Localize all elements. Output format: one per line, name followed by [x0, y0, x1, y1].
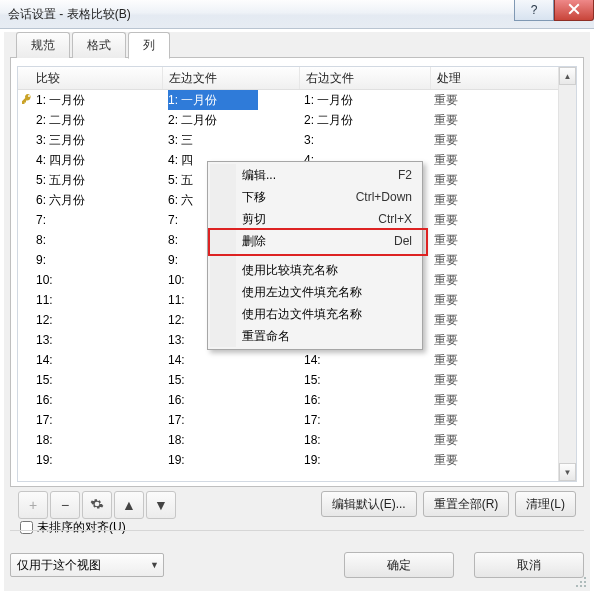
menu-item[interactable]: 剪切Ctrl+X — [210, 208, 420, 230]
cell-right: 1: 一月份 — [298, 92, 428, 109]
tab-columns[interactable]: 列 — [128, 32, 170, 59]
cell-left: 14: — [162, 353, 298, 367]
remove-button[interactable]: − — [50, 491, 80, 519]
table-row[interactable]: 3: 三月份3: 三3: 重要 — [18, 130, 576, 150]
cell-compare: 18: — [18, 433, 162, 447]
clear-button[interactable]: 清理(L) — [515, 491, 576, 517]
col-header-right[interactable]: 右边文件 — [300, 67, 431, 89]
arrow-up-icon: ▲ — [122, 497, 136, 513]
cell-left: 15: — [162, 373, 298, 387]
cell-left: 1: 一月份 — [162, 90, 298, 110]
ok-button[interactable]: 确定 — [344, 552, 454, 578]
scope-value: 仅用于这个视图 — [17, 557, 101, 574]
col-header-proc[interactable]: 处理 — [431, 67, 576, 89]
cell-left: 19: — [162, 453, 298, 467]
table-row[interactable]: 17: 17: 17: 重要 — [18, 410, 576, 430]
cell-proc: 重要 — [428, 292, 576, 309]
table-row[interactable]: 14: 14: 14: 重要 — [18, 350, 576, 370]
menu-item[interactable]: 编辑...F2 — [210, 164, 420, 186]
cell-proc: 重要 — [428, 432, 576, 449]
cell-compare: 17: — [18, 413, 162, 427]
table-row[interactable]: 18: 18: 18: 重要 — [18, 430, 576, 450]
table-row[interactable]: 19: 19: 19: 重要 — [18, 450, 576, 470]
scroll-down-icon[interactable]: ▼ — [559, 463, 576, 481]
title-bar: 会话设置 - 表格比较(B) ? — [0, 0, 594, 29]
cell-right: 18: — [298, 433, 428, 447]
help-button[interactable]: ? — [514, 0, 554, 21]
scroll-track[interactable] — [559, 85, 576, 463]
cell-compare: 15: — [18, 373, 162, 387]
svg-point-4 — [580, 585, 582, 587]
menu-item[interactable]: 重置命名 — [210, 325, 420, 347]
svg-point-5 — [576, 585, 578, 587]
help-icon: ? — [531, 4, 538, 16]
svg-point-2 — [584, 585, 586, 587]
chevron-down-icon: ▼ — [150, 560, 159, 570]
cell-compare: 16: — [18, 393, 162, 407]
cell-right: 2: 二月份 — [298, 112, 428, 129]
menu-shortcut: Ctrl+X — [378, 212, 412, 226]
table-row[interactable]: 2: 二月份2: 二月份2: 二月份重要 — [18, 110, 576, 130]
cell-proc: 重要 — [428, 452, 576, 469]
cell-proc: 重要 — [428, 332, 576, 349]
cell-compare: 7: — [18, 213, 162, 227]
dialog-bottom-bar: 仅用于这个视图 ▼ 确定 取消 — [10, 530, 584, 583]
plus-icon: + — [29, 497, 37, 513]
menu-item[interactable]: 使用右边文件填充名称 — [210, 303, 420, 325]
menu-item-label: 编辑... — [242, 167, 276, 184]
col-header-compare[interactable]: 比较 — [18, 67, 163, 89]
add-button[interactable]: + — [18, 491, 48, 519]
close-button[interactable] — [554, 0, 594, 21]
tab-format[interactable]: 格式 — [72, 32, 126, 58]
cell-proc: 重要 — [428, 412, 576, 429]
cell-proc: 重要 — [428, 172, 576, 189]
cell-compare: 12: — [18, 313, 162, 327]
svg-point-0 — [584, 577, 586, 579]
cell-left: 17: — [162, 413, 298, 427]
menu-item-label: 重置命名 — [242, 328, 290, 345]
menu-item-label: 删除 — [242, 233, 266, 250]
menu-item-label: 使用左边文件填充名称 — [242, 284, 362, 301]
cell-right: 3: — [298, 133, 428, 147]
settings-button[interactable] — [82, 491, 112, 519]
cell-proc: 重要 — [428, 212, 576, 229]
arrow-down-icon: ▼ — [154, 497, 168, 513]
cell-proc: 重要 — [428, 132, 576, 149]
resize-grip-icon[interactable] — [574, 575, 588, 589]
vertical-scrollbar[interactable]: ▲ ▼ — [558, 67, 576, 481]
menu-item[interactable]: 下移Ctrl+Down — [210, 186, 420, 208]
cell-compare: 6: 六月份 — [18, 192, 162, 209]
table-row[interactable]: 15: 15: 15: 重要 — [18, 370, 576, 390]
key-icon — [20, 92, 34, 106]
menu-shortcut: F2 — [398, 168, 412, 182]
reset-all-button[interactable]: 重置全部(R) — [423, 491, 510, 517]
cell-right: 19: — [298, 453, 428, 467]
scroll-up-icon[interactable]: ▲ — [559, 67, 576, 85]
window-title: 会话设置 - 表格比较(B) — [8, 6, 131, 23]
move-down-button[interactable]: ▼ — [146, 491, 176, 519]
cell-proc: 重要 — [428, 232, 576, 249]
cell-compare: 8: — [18, 233, 162, 247]
menu-item[interactable]: 使用比较填充名称 — [210, 259, 420, 281]
cancel-button[interactable]: 取消 — [474, 552, 584, 578]
edit-defaults-button[interactable]: 编辑默认(E)... — [321, 491, 417, 517]
table-row[interactable]: 1: 一月份1: 一月份1: 一月份重要 — [18, 90, 576, 110]
cell-proc: 重要 — [428, 92, 576, 109]
menu-item[interactable]: 删除Del — [210, 230, 420, 252]
scope-dropdown[interactable]: 仅用于这个视图 ▼ — [10, 553, 164, 577]
menu-separator — [240, 255, 418, 256]
move-up-button[interactable]: ▲ — [114, 491, 144, 519]
cell-proc: 重要 — [428, 192, 576, 209]
menu-item-label: 下移 — [242, 189, 266, 206]
close-icon — [568, 3, 580, 17]
cell-left: 18: — [162, 433, 298, 447]
col-header-left[interactable]: 左边文件 — [163, 67, 300, 89]
cell-compare: 14: — [18, 353, 162, 367]
menu-item-label: 使用右边文件填充名称 — [242, 306, 362, 323]
menu-item[interactable]: 使用左边文件填充名称 — [210, 281, 420, 303]
cell-proc: 重要 — [428, 372, 576, 389]
table-row[interactable]: 16: 16: 16: 重要 — [18, 390, 576, 410]
tab-spec[interactable]: 规范 — [16, 32, 70, 58]
cell-proc: 重要 — [428, 272, 576, 289]
cell-proc: 重要 — [428, 352, 576, 369]
